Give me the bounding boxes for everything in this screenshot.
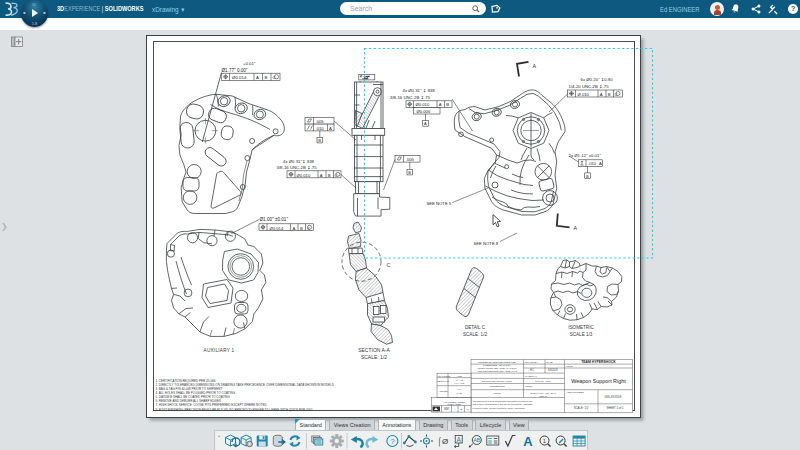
svg-text:UNITS: UNITS [493,392,501,395]
svg-text:Weapon Support Right: Weapon Support Right [571,378,626,384]
svg-text:Ø1.77" 0.00": Ø1.77" 0.00" [222,68,248,73]
svg-text:A: A [457,436,462,443]
svg-text:DIMENSIONS ARE IN INCH: DIMENSIONS ARE IN INCH [483,364,511,366]
svg-text:Ø0.010: Ø0.010 [297,173,311,178]
svg-text:Ø0.006: Ø0.006 [417,109,431,114]
svg-text:B: B [408,170,411,175]
svg-text:AUXILIARY 1: AUXILIARY 1 [204,348,235,353]
svg-text:.005: .005 [406,157,415,162]
svg-text:⌠Ø: ⌠Ø [437,437,448,447]
svg-text:4x Ø0.31"↧.938: 4x Ø0.31"↧.938 [283,159,315,164]
svg-text:±0°30': ±0°30' [456,392,463,394]
svg-text:C: C [335,173,338,178]
svg-text:8. POST FINISHING: PRECISION A: 8. POST FINISHING: PRECISION ANGULAR PLS… [156,408,313,412]
svg-text:USE CONVENTIONS PER ASME Y14.3: USE CONVENTIONS PER ASME Y14.3 [477,370,517,372]
svg-text:TOLERANCING PER ASME Y14.5-200: TOLERANCING PER ASME Y14.5-2009 [477,367,517,369]
svg-text:1/4-20 UNC-2B ↧.75: 1/4-20 UNC-2B ↧.75 [569,84,610,89]
svg-text:6061-T6 ALUM: 6061-T6 ALUM [535,380,551,383]
svg-text:DECIMALS: DECIMALS [437,380,449,382]
svg-text:C: C [615,92,618,97]
svg-text:SCALE 1/3: SCALE 1/3 [570,332,593,337]
svg-text:1: 1 [543,438,547,444]
svg-text:±1/32: ±1/32 [456,375,462,377]
svg-text:C: C [387,262,391,268]
svg-text:.005: .005 [316,119,325,124]
svg-text:Ø0.014: Ø0.014 [270,226,284,231]
svg-text:PROJECTION: PROJECTION [489,385,505,388]
svg-text:TITLE: TITLE [566,365,573,368]
svg-text:.XX ±.01: .XX ±.01 [455,379,464,381]
svg-text:.XXX±.005: .XXX±.005 [454,382,465,384]
svg-text:6/3/2021: 6/3/2021 [548,368,559,372]
svg-text:A: A [320,173,323,178]
svg-text:Ø1.00" ±0.01": Ø1.00" ±0.01" [260,217,289,222]
svg-text:SEE NOTE 5: SEE NOTE 5 [427,201,452,206]
svg-text:A: A [293,226,296,231]
svg-text:TEAM HYPERSHOCK: TEAM HYPERSHOCK [581,360,616,364]
svg-text:⌜.12": ⌜.12" [360,75,370,80]
svg-text:A: A [574,225,578,231]
svg-text:ISOMETRIC: ISOMETRIC [568,325,594,330]
svg-text:C: C [273,75,276,80]
svg-text:FINISH: FINISH [525,385,533,388]
svg-text:4x Ø0.31" ↧.938: 4x Ø0.31" ↧.938 [403,88,436,93]
svg-text:.010: .010 [316,126,325,131]
svg-text:C: C [307,226,310,231]
svg-text:B: B [300,226,303,231]
svg-text:A: A [600,92,603,97]
svg-text:B: B [265,75,268,80]
svg-text:6x Ø0.20" ↧0.90: 6x Ø0.20" ↧0.90 [581,77,614,82]
svg-text:A: A [329,126,332,131]
svg-text:DETAIL C: DETAIL C [465,325,486,330]
svg-text:MATERIAL: MATERIAL [525,375,537,378]
svg-text:AB: AB [473,437,481,443]
svg-text:B: B [586,174,589,179]
svg-text:ITEM NUMBER: ITEM NUMBER [567,391,584,394]
svg-text:C: C [467,408,469,411]
svg-text:SCALE: 1/2: SCALE: 1/2 [361,354,387,360]
svg-text:SECTION A-A: SECTION A-A [358,347,390,353]
svg-text:SCALE: 1/2: SCALE: 1/2 [574,406,589,410]
svg-text:A: A [439,102,442,107]
svg-text:SCALE: 1/2: SCALE: 1/2 [463,332,487,337]
svg-text:SURFACES: SURFACES [447,403,461,406]
svg-text:±0.5°: ±0.5° [456,388,461,390]
svg-text:A: A [599,161,602,166]
svg-text:2x Ø1.12" ±0.01": 2x Ø1.12" ±0.01" [569,153,602,158]
svg-text:A: A [256,75,259,80]
svg-text:EC: EC [530,368,534,372]
svg-text:B: B [328,173,331,178]
svg-text:FRACTIONS: FRACTIONS [438,375,451,377]
svg-text:SHEET 1 of 1: SHEET 1 of 1 [606,406,623,410]
svg-text:⌄: ⌄ [217,432,222,438]
svg-text:This document is for demonstra: This document is for demonstration/educa… [473,400,534,402]
svg-text:DRAWN BY: DRAWN BY [525,361,538,364]
svg-text:MM: MM [444,407,448,411]
svg-text:Ø0.014: Ø0.014 [232,75,247,80]
svg-text:DATE: DATE [547,361,554,364]
svg-text:3/8-16 UNC-2B ↧.75: 3/8-16 UNC-2B ↧.75 [277,165,318,170]
svg-text:or procure parts. Design creat: or procure parts. Design created by Team… [473,407,526,409]
svg-text:DO NOT SCALE DRAWING: DO NOT SCALE DRAWING [482,380,512,383]
svg-text:B: B [446,102,449,107]
svg-text:A: A [424,121,427,126]
svg-text:A: A [533,63,537,69]
svg-text:TREAT: TREAT [539,395,547,398]
svg-text:IGN-XXXXLE: IGN-XXXXLE [605,395,622,399]
svg-text:B: B [318,138,321,143]
svg-text:ANGLES: ANGLES [439,390,448,392]
svg-text:A: A [523,434,533,449]
svg-text:Ø0.010: Ø0.010 [416,102,430,107]
svg-text:❯: ❯ [1,222,8,231]
svg-text:+0.01": +0.01" [243,61,256,66]
svg-text:?: ? [390,437,395,446]
svg-text:.010: .010 [588,161,597,166]
svg-text:B: B [608,92,611,97]
svg-text:SEE NOTE 8: SEE NOTE 8 [474,241,499,246]
svg-text:Ø.010: Ø.010 [578,92,590,97]
svg-text:3/8-16 UNC-2B ↧.75: 3/8-16 UNC-2B ↧.75 [390,95,431,100]
